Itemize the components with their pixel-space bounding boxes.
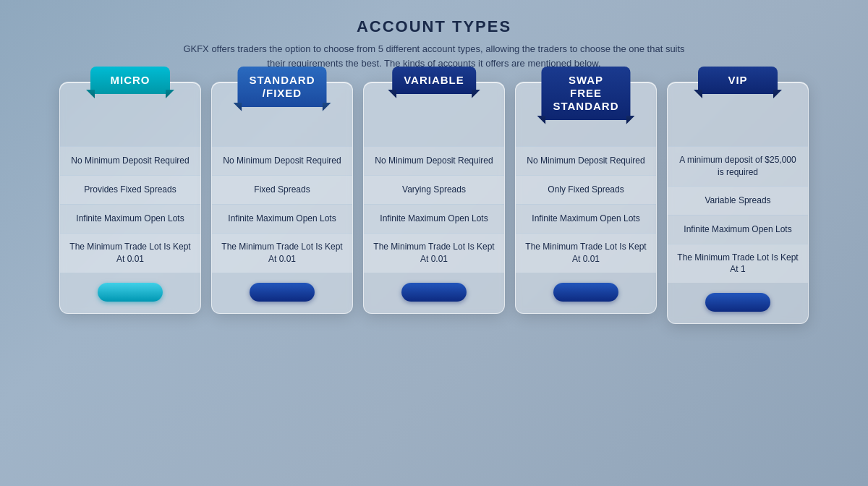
card-button-micro[interactable] [98,283,163,302]
card-row-standard-fixed-0: No Minimum Deposit Required [212,146,352,175]
card-rows-variable: No Minimum Deposit RequiredVarying Sprea… [364,146,504,273]
card-tab-standard-fixed: STANDARD /FIXED [237,67,326,107]
card-row-standard-fixed-1: Fixed Spreads [212,175,352,204]
card-button-standard-fixed[interactable] [250,283,315,302]
card-micro: MICRONo Minimum Deposit RequiredProvides… [59,82,201,314]
card-row-vip-0: A minimum deposit of $25,000 is required [668,146,808,186]
page-title: ACCOUNT TYPES [181,17,687,36]
card-tab-swap-free: SWAP FREE STANDARD [541,67,630,120]
card-button-swap-free[interactable] [553,283,618,302]
card-tab-micro: MICRO [90,67,170,94]
card-rows-swap-free: No Minimum Deposit RequiredOnly Fixed Sp… [516,146,656,273]
card-row-swap-free-2: Infinite Maximum Open Lots [516,204,656,233]
card-row-micro-3: The Minimum Trade Lot Is Kept At 0.01 [60,233,200,273]
card-swap-free: SWAP FREE STANDARDNo Minimum Deposit Req… [515,82,657,314]
card-tab-vip: VIP [698,67,778,94]
card-vip: VIPA minimum deposit of $25,000 is requi… [667,82,809,324]
card-row-variable-3: The Minimum Trade Lot Is Kept At 0.01 [364,233,504,273]
card-row-swap-free-0: No Minimum Deposit Required [516,146,656,175]
card-row-standard-fixed-3: The Minimum Trade Lot Is Kept At 0.01 [212,233,352,273]
card-standard-fixed: STANDARD /FIXEDNo Minimum Deposit Requir… [211,82,353,314]
card-tab-variable: VARIABLE [392,67,476,94]
card-button-variable[interactable] [401,283,467,302]
card-row-variable-1: Varying Spreads [364,175,504,204]
card-rows-vip: A minimum deposit of $25,000 is required… [668,146,808,283]
card-row-micro-2: Infinite Maximum Open Lots [60,204,200,233]
card-row-micro-0: No Minimum Deposit Required [60,146,200,175]
card-variable: VARIABLENo Minimum Deposit RequiredVaryi… [363,82,505,314]
card-row-variable-0: No Minimum Deposit Required [364,146,504,175]
card-row-micro-1: Provides Fixed Spreads [60,175,200,204]
card-row-vip-2: Infinite Maximum Open Lots [668,215,808,244]
card-row-standard-fixed-2: Infinite Maximum Open Lots [212,204,352,233]
card-row-variable-2: Infinite Maximum Open Lots [364,204,504,233]
card-row-swap-free-3: The Minimum Trade Lot Is Kept At 0.01 [516,233,656,273]
card-row-vip-3: The Minimum Trade Lot Is Kept At 1 [668,244,808,284]
cards-container: MICRONo Minimum Deposit RequiredProvides… [0,82,868,324]
card-row-swap-free-1: Only Fixed Spreads [516,175,656,204]
card-rows-standard-fixed: No Minimum Deposit RequiredFixed Spreads… [212,146,352,273]
card-button-vip[interactable] [705,293,770,312]
card-rows-micro: No Minimum Deposit RequiredProvides Fixe… [60,146,200,273]
card-row-vip-1: Variable Spreads [668,186,808,215]
